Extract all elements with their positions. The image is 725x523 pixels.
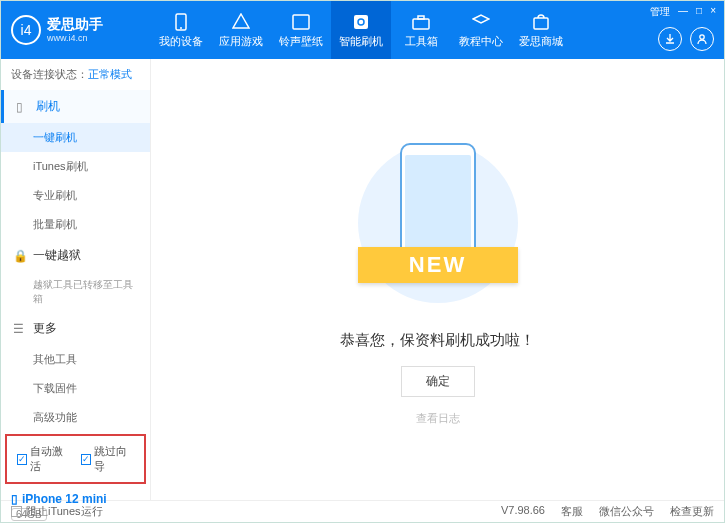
sidebar-item-itunes-flash[interactable]: iTunes刷机 xyxy=(1,152,150,181)
nav-toolbox[interactable]: 工具箱 xyxy=(391,1,451,59)
sidebar-item-download-firmware[interactable]: 下载固件 xyxy=(1,374,150,403)
minimize-button[interactable]: — xyxy=(678,5,688,19)
phone-illustration: NEW xyxy=(348,133,528,313)
menu-icon: ☰ xyxy=(13,322,27,336)
app-header: i4 爱思助手 www.i4.cn 我的设备 应用游戏 铃声壁纸 智能刷机 工具… xyxy=(1,1,724,59)
new-banner: NEW xyxy=(358,247,518,283)
close-button[interactable]: × xyxy=(710,5,716,19)
nav-smart-flash[interactable]: 智能刷机 xyxy=(331,1,391,59)
confirm-button[interactable]: 确定 xyxy=(401,366,475,397)
lock-icon: 🔒 xyxy=(13,249,27,263)
connection-status: 设备连接状态：正常模式 xyxy=(1,59,150,90)
sidebar-section-more[interactable]: ☰ 更多 xyxy=(1,312,150,345)
user-button[interactable] xyxy=(690,27,714,51)
toolbox-icon xyxy=(411,12,431,32)
svg-rect-5 xyxy=(418,16,424,19)
apps-icon xyxy=(231,12,251,32)
sidebar-item-other-tools[interactable]: 其他工具 xyxy=(1,345,150,374)
sidebar-section-flash[interactable]: ▯ 刷机 xyxy=(1,90,150,123)
wallpaper-icon xyxy=(291,12,311,32)
main-content: NEW 恭喜您，保资料刷机成功啦！ 确定 查看日志 xyxy=(151,59,724,500)
svg-point-7 xyxy=(700,35,704,39)
tutorial-icon xyxy=(471,12,491,32)
nav-store[interactable]: 爱思商城 xyxy=(511,1,571,59)
support-link[interactable]: 客服 xyxy=(561,504,583,519)
sidebar-item-oneclick-flash[interactable]: 一键刷机 xyxy=(1,123,150,152)
sidebar-item-batch-flash[interactable]: 批量刷机 xyxy=(1,210,150,239)
phone-icon xyxy=(171,12,191,32)
store-icon xyxy=(531,12,551,32)
manage-link[interactable]: 管理 xyxy=(650,5,670,19)
sidebar-section-jailbreak[interactable]: 🔒 一键越狱 xyxy=(1,239,150,272)
success-message: 恭喜您，保资料刷机成功啦！ xyxy=(340,331,535,350)
skip-guide-checkbox[interactable]: ✓跳过向导 xyxy=(81,444,135,474)
block-itunes-label: 阻止iTunes运行 xyxy=(26,504,103,519)
app-url: www.i4.cn xyxy=(47,33,103,43)
block-itunes-checkbox[interactable] xyxy=(11,506,22,517)
download-button[interactable] xyxy=(658,27,682,51)
jailbreak-note: 越狱工具已转移至工具箱 xyxy=(1,272,150,312)
main-nav: 我的设备 应用游戏 铃声壁纸 智能刷机 工具箱 教程中心 爱思商城 xyxy=(151,1,571,59)
wechat-link[interactable]: 微信公众号 xyxy=(599,504,654,519)
svg-point-1 xyxy=(180,27,182,29)
nav-tutorials[interactable]: 教程中心 xyxy=(451,1,511,59)
nav-my-device[interactable]: 我的设备 xyxy=(151,1,211,59)
app-logo-icon: i4 xyxy=(11,15,41,45)
svg-rect-4 xyxy=(413,19,429,29)
version-label: V7.98.66 xyxy=(501,504,545,519)
window-controls: 管理 — □ × xyxy=(650,5,716,19)
svg-rect-6 xyxy=(534,18,548,29)
view-log-link[interactable]: 查看日志 xyxy=(416,411,460,426)
nav-apps-games[interactable]: 应用游戏 xyxy=(211,1,271,59)
maximize-button[interactable]: □ xyxy=(696,5,702,19)
sidebar-item-advanced[interactable]: 高级功能 xyxy=(1,403,150,432)
sidebar: 设备连接状态：正常模式 ▯ 刷机 一键刷机 iTunes刷机 专业刷机 批量刷机… xyxy=(1,59,151,500)
svg-rect-3 xyxy=(354,15,368,29)
nav-ringtone-wallpaper[interactable]: 铃声壁纸 xyxy=(271,1,331,59)
auto-activate-checkbox[interactable]: ✓自动激活 xyxy=(17,444,71,474)
app-name: 爱思助手 xyxy=(47,17,103,32)
phone-small-icon: ▯ xyxy=(16,100,30,114)
flash-icon xyxy=(351,12,371,32)
checkbox-row: ✓自动激活 ✓跳过向导 xyxy=(5,434,146,484)
check-update-link[interactable]: 检查更新 xyxy=(670,504,714,519)
svg-rect-2 xyxy=(293,15,309,29)
sidebar-item-pro-flash[interactable]: 专业刷机 xyxy=(1,181,150,210)
logo-area: i4 爱思助手 www.i4.cn xyxy=(11,15,151,45)
